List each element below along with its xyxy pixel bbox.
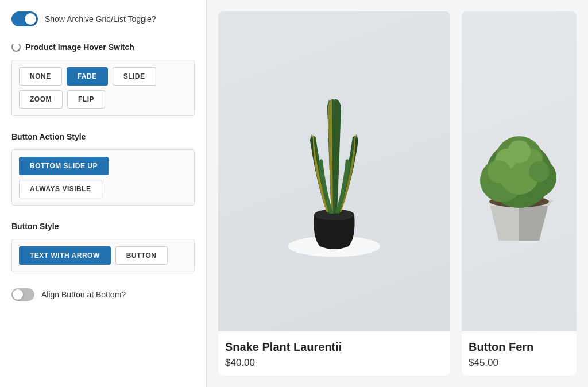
product-image-2 — [462, 11, 577, 331]
button-style-heading: Button Style — [11, 222, 195, 231]
hover-option-fade[interactable]: FADE — [67, 67, 108, 86]
product-card-2: Button Fern $45.00 — [462, 11, 577, 376]
product-name-1: Snake Plant Laurentii — [225, 340, 443, 354]
action-option-bottom-slide[interactable]: BOTTOM SLIDE UP — [19, 157, 109, 175]
svg-point-20 — [529, 161, 550, 182]
archive-toggle-label: Show Archive Grid/List Toggle? — [45, 14, 156, 24]
snake-plant-svg — [265, 83, 403, 261]
hover-option-none[interactable]: NONE — [19, 67, 62, 86]
hover-switch-section: Product Image Hover Switch NONE FADE SLI… — [11, 42, 195, 116]
button-action-heading: Button Action Style — [11, 132, 195, 141]
button-fern-svg — [467, 91, 571, 252]
product-name-2: Button Fern — [469, 340, 570, 354]
spin-icon — [11, 42, 21, 52]
style-option-button[interactable]: BUTTON — [115, 246, 168, 265]
product-price-1: $40.00 — [225, 357, 443, 369]
product-image-1 — [218, 11, 450, 331]
hover-switch-group: NONE FADE SLIDE ZOOM FLIP — [11, 60, 195, 116]
svg-marker-5 — [519, 206, 548, 241]
action-option-always-visible[interactable]: ALWAYS VISIBLE — [19, 180, 102, 198]
style-option-text-arrow[interactable]: TEXT WITH ARROW — [19, 246, 111, 265]
product-info-2: Button Fern $45.00 — [462, 331, 577, 376]
svg-point-19 — [488, 160, 510, 183]
button-style-section: Button Style TEXT WITH ARROW BUTTON — [11, 222, 195, 272]
svg-point-18 — [508, 140, 531, 163]
left-panel: Show Archive Grid/List Toggle? Product I… — [0, 0, 207, 387]
right-panel: Snake Plant Laurentii $40.00 — [207, 0, 588, 387]
product-info-1: Snake Plant Laurentii $40.00 — [218, 331, 450, 376]
product-card-1: Snake Plant Laurentii $40.00 — [218, 11, 450, 376]
align-button-row: Align Button at Bottom? — [11, 288, 195, 301]
archive-toggle[interactable] — [11, 11, 38, 26]
align-button-toggle[interactable] — [11, 288, 34, 301]
hover-option-flip[interactable]: FLIP — [67, 90, 105, 109]
archive-toggle-row: Show Archive Grid/List Toggle? — [11, 11, 195, 26]
product-price-2: $45.00 — [469, 357, 570, 369]
button-fern-illustration — [462, 11, 577, 331]
hover-option-zoom[interactable]: ZOOM — [19, 90, 63, 109]
snake-plant-illustration — [218, 11, 450, 331]
button-action-section: Button Action Style BOTTOM SLIDE UP ALWA… — [11, 132, 195, 206]
align-button-label: Align Button at Bottom? — [41, 290, 126, 299]
button-action-group: BOTTOM SLIDE UP ALWAYS VISIBLE — [11, 149, 195, 206]
hover-switch-heading: Product Image Hover Switch — [11, 42, 195, 52]
hover-option-slide[interactable]: SLIDE — [113, 67, 156, 86]
svg-marker-4 — [490, 206, 519, 241]
button-style-group: TEXT WITH ARROW BUTTON — [11, 239, 195, 272]
